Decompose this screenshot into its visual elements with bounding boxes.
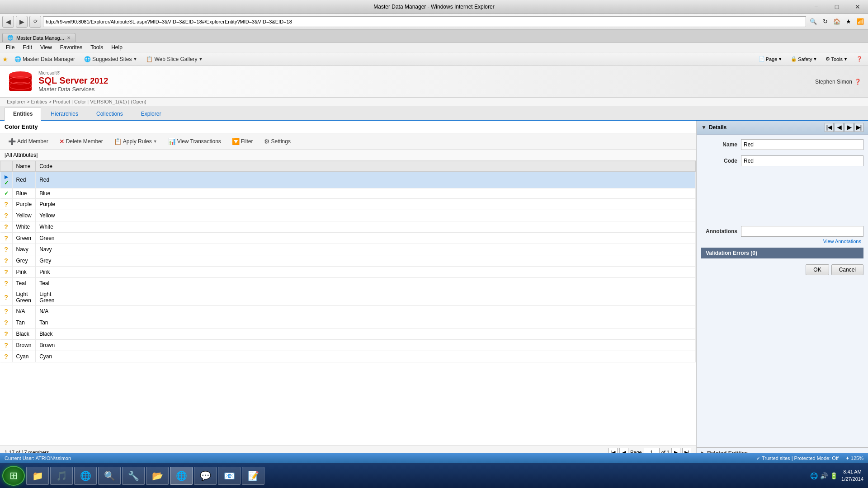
table-row[interactable]: ?GreyGrey <box>0 255 696 267</box>
favorites-suggested[interactable]: 🌐 Suggested Sites ▼ <box>81 55 140 63</box>
table-row[interactable]: ?TealTeal <box>0 278 696 289</box>
row-question-icon: ? <box>4 280 8 287</box>
delete-member-button[interactable]: ✕ Delete Member <box>56 136 107 147</box>
table-container[interactable]: Name Code ▶ ✓RedRed✓BlueBlue?PurplePurpl… <box>0 161 696 446</box>
minimize-button[interactable]: − <box>806 0 826 14</box>
ie-safety-menu[interactable]: 🔒 Safety ▼ <box>788 55 820 63</box>
menu-file[interactable]: File <box>2 43 18 52</box>
name-input[interactable] <box>741 139 863 150</box>
table-row[interactable]: ?Light GreenLight Green <box>0 289 696 306</box>
taskbar-media[interactable]: 🎵 <box>50 467 73 485</box>
back-button[interactable]: ◀ <box>2 16 14 28</box>
table-row[interactable]: ?BrownBrown <box>0 340 696 351</box>
row-status-cell: ? <box>0 233 13 244</box>
taskbar-folder[interactable]: 📂 <box>146 467 169 485</box>
favorites-web-slice[interactable]: 📋 Web Slice Gallery ▼ <box>143 55 205 63</box>
table-row[interactable]: ?CyanCyan <box>0 351 696 362</box>
ok-button[interactable]: OK <box>806 264 829 275</box>
row-status-cell: ? <box>0 351 13 362</box>
clock-area[interactable]: 8:41 AM 1/27/2014 <box>841 469 863 483</box>
view-annotations-link[interactable]: View Annotations <box>701 239 863 244</box>
tab-hierarchies[interactable]: Hierarchies <box>42 108 87 120</box>
row-code-cell: Teal <box>36 278 59 289</box>
view-transactions-button[interactable]: 📊 View Transactions <box>165 136 225 147</box>
forward-button[interactable]: ▶ <box>16 16 28 28</box>
table-row[interactable]: ?WhiteWhite <box>0 221 696 233</box>
start-button[interactable]: ⊞ <box>2 466 25 486</box>
taskbar-ie[interactable]: 🌐 <box>170 467 193 485</box>
row-extra-cell <box>59 289 695 306</box>
table-row[interactable]: ?PurplePurple <box>0 199 696 210</box>
apply-rules-button[interactable]: 📋 Apply Rules ▼ <box>110 136 161 147</box>
table-row[interactable]: ▶ ✓RedRed <box>0 172 696 188</box>
favorites-mds[interactable]: 🌐 Master Data Manager <box>12 55 78 63</box>
filter-icon: 🔽 <box>232 138 240 145</box>
row-code-cell: Purple <box>36 199 59 210</box>
row-name-cell: Tan <box>12 317 36 328</box>
window-title: Master Data Manager - Windows Internet E… <box>373 4 494 10</box>
ie-help-btn[interactable]: ❓ <box>853 55 866 63</box>
tab-collections[interactable]: Collections <box>88 108 132 120</box>
search-button[interactable]: 🔍 <box>808 16 819 27</box>
taskbar-lync[interactable]: 💬 <box>194 467 217 485</box>
menu-edit[interactable]: Edit <box>19 43 36 52</box>
entity-title: Color Entity <box>5 123 38 130</box>
details-collapse-button[interactable]: ▼ <box>701 124 707 131</box>
annotations-input[interactable] <box>741 226 863 237</box>
tab-close-button[interactable]: ✕ <box>67 35 71 40</box>
taskbar-outlook[interactable]: 📧 <box>218 467 241 485</box>
table-row[interactable]: ?N/AN/A <box>0 306 696 317</box>
cancel-button[interactable]: Cancel <box>831 264 863 275</box>
table-row[interactable]: ?PinkPink <box>0 267 696 278</box>
table-row[interactable]: ?YellowYellow <box>0 210 696 221</box>
home-button[interactable]: 🏠 <box>831 16 842 27</box>
browser-tab-active[interactable]: 🌐 Master Data Manag... ✕ <box>2 33 75 42</box>
table-row[interactable]: ?GreenGreen <box>0 233 696 244</box>
refresh-button[interactable]: ⟳ <box>29 16 41 28</box>
filter-label: Filter <box>241 138 253 145</box>
rss-button[interactable]: 📶 <box>855 16 866 27</box>
menu-help[interactable]: Help <box>108 43 126 52</box>
safety-icon: 🔒 <box>791 56 797 62</box>
row-status-cell: ? <box>0 289 13 306</box>
taskbar-chrome[interactable]: 🌐 <box>74 467 97 485</box>
row-code-cell: Cyan <box>36 351 59 362</box>
add-member-button[interactable]: ➕ Add Member <box>5 136 52 147</box>
table-row[interactable]: ✓BlueBlue <box>0 188 696 199</box>
table-row[interactable]: ?BlackBlack <box>0 328 696 340</box>
close-button[interactable]: ✕ <box>847 0 868 14</box>
menu-view[interactable]: View <box>37 43 56 52</box>
details-last-button[interactable]: ▶| <box>854 123 863 132</box>
ie-tools-menu[interactable]: ⚙ Tools ▼ <box>822 55 851 63</box>
col-code-header[interactable]: Code <box>36 161 59 172</box>
row-status-cell: ? <box>0 278 13 289</box>
restore-button[interactable]: □ <box>826 0 847 14</box>
settings-button[interactable]: ⚙ Settings <box>260 136 294 147</box>
col-extra-header <box>59 161 695 172</box>
star-button[interactable]: ★ <box>843 16 854 27</box>
code-input[interactable] <box>741 155 863 166</box>
ie-page-menu[interactable]: 📄 Page ▼ <box>755 55 786 63</box>
tab-explorer[interactable]: Explorer <box>132 108 170 120</box>
refresh-icon-btn[interactable]: ↻ <box>820 16 830 27</box>
address-input[interactable] <box>43 16 806 27</box>
taskbar-search[interactable]: 🔍 <box>98 467 121 485</box>
taskbar-word[interactable]: 📝 <box>242 467 264 485</box>
table-row[interactable]: ?TanTan <box>0 317 696 328</box>
filter-button[interactable]: 🔽 Filter <box>228 136 257 147</box>
taskbar-tools[interactable]: 🔧 <box>122 467 145 485</box>
details-next-button[interactable]: ▶ <box>844 123 854 132</box>
fav-webslice-label: Web Slice Gallery <box>154 56 197 62</box>
tab-entities[interactable]: Entities <box>5 108 41 121</box>
menu-tools[interactable]: Tools <box>87 43 107 52</box>
details-first-button[interactable]: |◀ <box>825 123 834 132</box>
row-name-cell: Light Green <box>12 289 36 306</box>
taskbar-files[interactable]: 📁 <box>26 467 49 485</box>
user-help-icon[interactable]: ❓ <box>854 79 861 85</box>
trusted-sites: ✓ Trusted sites | Protected Mode: Off <box>756 455 839 461</box>
table-row[interactable]: ?NavyNavy <box>0 244 696 255</box>
details-prev-button[interactable]: ◀ <box>835 123 844 132</box>
menu-favorites[interactable]: Favorites <box>57 43 86 52</box>
code-label: Code <box>701 158 737 164</box>
col-name-header[interactable]: Name <box>12 161 36 172</box>
